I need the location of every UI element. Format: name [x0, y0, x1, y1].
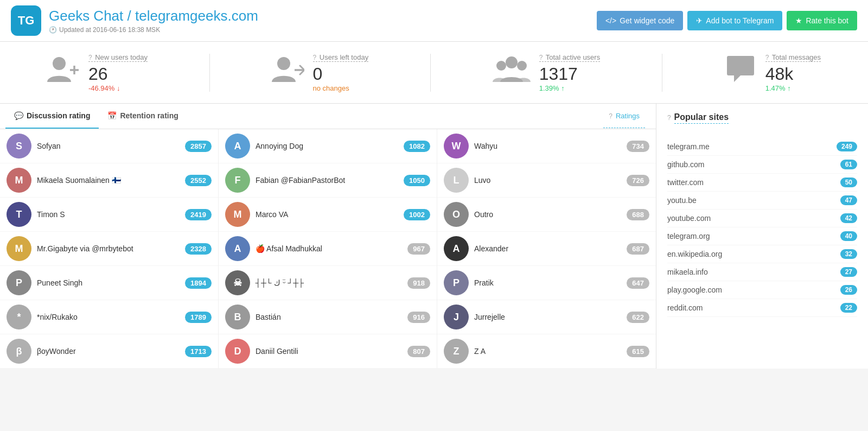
site-name[interactable]: reddit.com — [667, 303, 703, 312]
rate-bot-button[interactable]: ★ Rate this bot — [787, 11, 857, 30]
site-name[interactable]: en.wikipedia.org — [667, 250, 722, 258]
popular-sites-title: Popular sites — [674, 112, 729, 124]
site-row: telegram.me249 — [667, 138, 857, 156]
active-users-stat: ? Total active users 1317 1.39% ↑ — [493, 53, 601, 92]
active-users-change: 1.39% ↑ — [539, 84, 601, 92]
avatar: M — [7, 168, 31, 193]
site-name[interactable]: play.google.com — [667, 286, 722, 294]
users-left-content: ? Users left today 0 no changes — [313, 53, 369, 92]
clock-icon: 🕐 — [49, 26, 57, 34]
user-score: 647 — [627, 277, 649, 289]
svg-point-8 — [496, 61, 506, 71]
user-name: Z A — [474, 347, 621, 356]
site-row: en.wikipedia.org32 — [667, 245, 857, 263]
user-name: Sofyan — [37, 142, 180, 150]
add-bot-button[interactable]: ✈ Add bot to Telegram — [687, 11, 782, 30]
site-name[interactable]: github.com — [667, 160, 704, 169]
user-score: 622 — [627, 312, 649, 323]
avatar: A — [444, 236, 469, 261]
plane-icon: ✈ — [696, 16, 703, 25]
left-panel: 💬 Discussion rating 📅 Retention rating ?… — [0, 104, 656, 369]
user-score: 1894 — [185, 277, 212, 289]
site-count: 47 — [840, 195, 857, 205]
user-plus-icon — [47, 55, 80, 91]
site-name[interactable]: twitter.com — [667, 178, 704, 187]
user-name: ┤┼└ ك ᵕ̈ ┘┼├ — [256, 278, 402, 287]
user-name: Jurrejelle — [474, 313, 621, 321]
user-row: ☠┤┼└ ك ᵕ̈ ┘┼├918 — [219, 266, 437, 300]
user-score: 2857 — [185, 141, 212, 152]
active-users-question-icon: ? — [539, 54, 543, 61]
users-col-3: WWahyu734LLuvo726OOutro688AAlexander687P… — [437, 129, 656, 369]
user-score: 916 — [407, 312, 430, 323]
total-messages-label: ? Total messages — [765, 53, 821, 62]
user-name: Mikaela Suomalainen 🇫🇮 — [37, 176, 180, 185]
site-row: youtube.com42 — [667, 210, 857, 227]
user-score: 734 — [627, 141, 649, 152]
user-row: LLuvo726 — [437, 163, 656, 198]
user-row: PPuneet Singh1894 — [0, 266, 218, 300]
site-count: 61 — [840, 160, 857, 169]
avatar: β — [7, 339, 31, 364]
total-messages-value: 48k — [765, 64, 821, 84]
users-col-2: AAnnoying Dog1082FFabian @FabianPastorBo… — [219, 129, 437, 369]
total-messages-stat: ? Total messages 48k 1.47% ↑ — [724, 53, 821, 92]
user-name: Annoying Dog — [256, 142, 398, 150]
user-name: Luvo — [474, 176, 621, 185]
site-name[interactable]: telegram.org — [667, 232, 710, 240]
user-name: Daniil Gentili — [256, 347, 402, 356]
user-name: Bastián — [256, 313, 402, 321]
user-score: 1713 — [185, 346, 212, 357]
site-name[interactable]: telegram.me — [667, 142, 710, 151]
user-row: OOutro688 — [437, 198, 656, 232]
tabs-bar: 💬 Discussion rating 📅 Retention rating ?… — [0, 104, 656, 129]
header-info: Geeks Chat / telegramgeeks.com 🕐 Updated… — [49, 8, 258, 34]
header: TG Geeks Chat / telegramgeeks.com 🕐 Upda… — [0, 0, 868, 42]
avatar: J — [444, 305, 469, 329]
site-count: 32 — [840, 249, 857, 259]
new-users-change: -46.94% ↓ — [88, 84, 148, 92]
user-score: 1082 — [404, 141, 430, 152]
site-name[interactable]: youtu.be — [667, 196, 697, 205]
get-widget-button[interactable]: </> Get widget code — [597, 11, 683, 30]
popular-sites-section: ? Popular sites telegram.me249github.com… — [667, 112, 857, 317]
divider-2 — [430, 54, 431, 92]
avatar: L — [444, 168, 469, 193]
users-left-label: ? Users left today — [313, 53, 369, 62]
divider-1 — [209, 54, 210, 92]
tab-retention[interactable]: 📅 Retention rating — [99, 104, 187, 129]
user-name: Fabian @FabianPastorBot — [256, 176, 398, 185]
ratings-link[interactable]: ? Ratings — [603, 104, 645, 128]
user-row: FFabian @FabianPastorBot1050 — [219, 163, 437, 198]
user-row: AAnnoying Dog1082 — [219, 129, 437, 163]
avatar: P — [7, 270, 31, 295]
divider-3 — [662, 54, 662, 92]
users-left-stat: ? Users left today 0 no changes — [272, 53, 369, 92]
svg-point-3 — [277, 57, 290, 70]
avatar: T — [7, 202, 31, 227]
user-score: 967 — [407, 243, 430, 255]
header-left: TG Geeks Chat / telegramgeeks.com 🕐 Upda… — [11, 5, 258, 36]
right-panel: ? Popular sites telegram.me249github.com… — [656, 104, 868, 369]
site-row: reddit.com22 — [667, 299, 857, 317]
new-users-content: ? New users today 26 -46.94% ↓ — [88, 53, 148, 92]
avatar: D — [225, 339, 250, 364]
user-row: AAlexander687 — [437, 232, 656, 266]
tab-discussion[interactable]: 💬 Discussion rating — [5, 104, 99, 129]
user-row: **nix/Rukako1789 — [0, 300, 218, 334]
update-time: 🕐 Updated at 2016-06-16 18:38 MSK — [49, 26, 258, 34]
avatar: ☠ — [225, 270, 250, 295]
user-name: Timon S — [37, 210, 180, 219]
users-left-value: 0 — [313, 64, 369, 84]
users-left-change: no changes — [313, 84, 369, 92]
user-row: A🍎 Afsal Madhukkal967 — [219, 232, 437, 266]
site-count: 50 — [840, 178, 857, 187]
new-users-label: ? New users today — [88, 53, 148, 62]
avatar: M — [7, 236, 31, 261]
site-name[interactable]: youtube.com — [667, 214, 711, 223]
avatar: Z — [444, 339, 469, 364]
avatar: * — [7, 305, 31, 329]
site-name[interactable]: mikaela.info — [667, 268, 708, 276]
user-row: MMr.Gigabyte via @mrbytebot2328 — [0, 232, 218, 266]
user-row: ZZ A615 — [437, 334, 656, 369]
